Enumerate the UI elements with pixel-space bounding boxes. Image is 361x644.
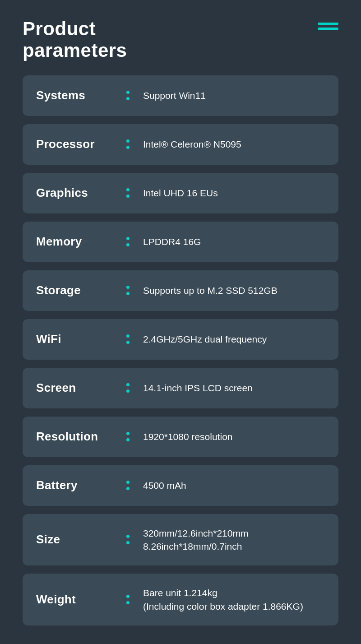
- param-label: WiFi: [36, 332, 126, 346]
- param-value: Supports up to M.2 SSD 512GB: [143, 284, 278, 297]
- param-label: Size: [36, 533, 126, 547]
- param-value: 1920*1080 resolution: [143, 430, 233, 443]
- param-colon-icon: [126, 383, 130, 393]
- page-header: Product parameters: [23, 18, 338, 62]
- param-colon-icon: [126, 188, 130, 198]
- param-colon-icon: [126, 91, 130, 100]
- param-row-wifi: WiFi2.4GHz/5GHz dual frequency: [23, 319, 338, 360]
- param-row-resolution: Resolution1920*1080 resolution: [23, 417, 338, 457]
- param-label: Weight: [36, 593, 126, 607]
- param-label: Storage: [36, 283, 126, 297]
- menu-icon[interactable]: [318, 23, 338, 30]
- param-value: Intel UHD 16 EUs: [143, 186, 218, 199]
- param-value: 14.1-inch IPS LCD screen: [143, 381, 253, 394]
- param-row-storage: StorageSupports up to M.2 SSD 512GB: [23, 270, 338, 311]
- param-value: 4500 mAh: [143, 479, 186, 492]
- param-row-weight: WeightBare unit 1.214kg (Including color…: [23, 574, 338, 625]
- param-label: Resolution: [36, 430, 126, 444]
- param-label: Screen: [36, 381, 126, 395]
- param-colon-icon: [126, 481, 130, 490]
- param-row-battery: Battery4500 mAh: [23, 465, 338, 506]
- param-label: Memory: [36, 235, 126, 249]
- param-value: Support Win11: [143, 89, 206, 102]
- param-colon-icon: [126, 237, 130, 246]
- param-row-size: Size320mm/12.6inch*210mm 8.26inch*18mm/0…: [23, 514, 338, 566]
- page-title: Product parameters: [23, 18, 127, 62]
- param-colon-icon: [126, 595, 130, 604]
- param-colon-icon: [126, 286, 130, 295]
- param-row-processor: ProcessorIntel® Celeron® N5095: [23, 124, 338, 165]
- param-colon-icon: [126, 139, 130, 149]
- param-colon-icon: [126, 432, 130, 441]
- params-container: SystemsSupport Win11ProcessorIntel® Cele…: [23, 75, 338, 626]
- param-value: 2.4GHz/5GHz dual frequency: [143, 333, 267, 346]
- param-row-memory: MemoryLPDDR4 16G: [23, 222, 338, 262]
- param-label: Systems: [36, 88, 126, 102]
- param-value: LPDDR4 16G: [143, 235, 201, 248]
- param-label: Processor: [36, 137, 126, 151]
- param-colon-icon: [126, 535, 130, 544]
- param-row-graphics: GraphicsIntel UHD 16 EUs: [23, 173, 338, 213]
- param-row-screen: Screen14.1-inch IPS LCD screen: [23, 368, 338, 408]
- param-row-systems: SystemsSupport Win11: [23, 75, 338, 116]
- param-value: Intel® Celeron® N5095: [143, 138, 241, 151]
- param-colon-icon: [126, 334, 130, 344]
- param-value: Bare unit 1.214kg (Including color box a…: [143, 586, 303, 613]
- param-label: Battery: [36, 478, 126, 492]
- param-value: 320mm/12.6inch*210mm 8.26inch*18mm/0.7in…: [143, 527, 248, 553]
- param-label: Graphics: [36, 186, 126, 200]
